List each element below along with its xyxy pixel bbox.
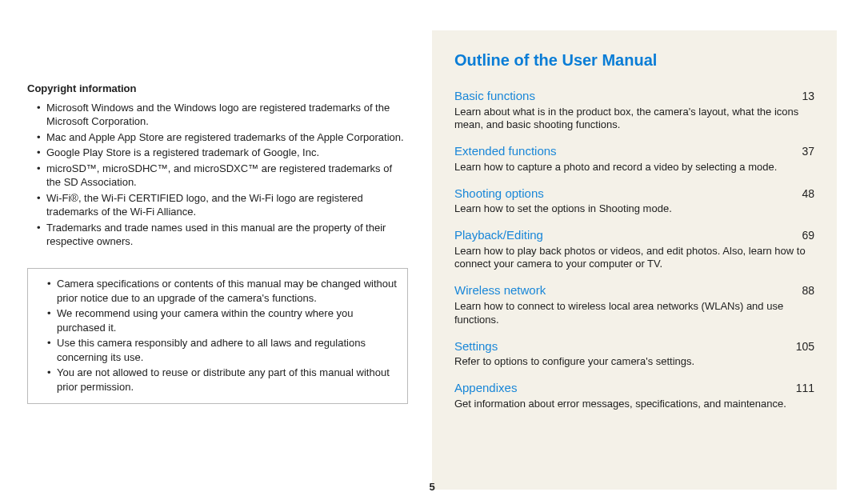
outline-item-page: 105 [796,339,814,354]
copyright-item: Google Play Store is a registered tradem… [38,146,408,160]
outline-item: Shooting options 48 Learn how to set the… [454,186,814,216]
outline-item-desc: Learn how to capture a photo and record … [454,161,814,174]
outline-item-name: Appendixes [454,380,517,396]
outline-item-name: Playback/Editing [454,227,543,243]
outline-item-page: 111 [796,381,814,395]
outline-item-name: Settings [454,338,498,354]
page-number: 5 [0,481,864,493]
notice-item: You are not allowed to reuse or distribu… [49,366,398,394]
outline-item-page: 13 [802,89,814,103]
outline-item-desc: Learn about what is in the product box, … [454,106,814,133]
outline-item-desc: Refer to options to configure your camer… [454,355,814,369]
outline-item-name: Wireless network [454,282,546,298]
outline-item-name: Extended functions [454,143,557,159]
left-column: Copyright information Microsoft Windows … [27,30,432,490]
outline-item: Settings 105 Refer to options to configu… [454,338,814,369]
outline-item-desc: Learn how to play back photos or videos,… [454,245,814,272]
notice-item: We recommend using your camera within th… [49,306,398,334]
copyright-item: Microsoft Windows and the Windows logo a… [38,101,408,129]
copyright-item: Wi-Fi®, the Wi-Fi CERTIFIED logo, and th… [38,191,408,219]
outline-item-page: 69 [802,228,814,242]
copyright-heading: Copyright information [27,82,408,96]
outline-item-desc: Get information about error messages, sp… [454,398,814,411]
copyright-item: microSD™, microSDHC™, and microSDXC™ are… [38,162,408,190]
copyright-item: Mac and Apple App Store are registered t… [38,130,408,145]
outline-panel: Outline of the User Manual Basic functio… [432,30,837,490]
outline-item-page: 48 [802,186,814,201]
outline-item-name: Basic functions [454,88,535,104]
notice-list: Camera specifications or contents of thi… [38,277,398,394]
copyright-item: Trademarks and trade names used in this … [38,221,408,249]
outline-title: Outline of the User Manual [454,50,814,70]
manual-page: Copyright information Microsoft Windows … [0,0,864,504]
outline-item-page: 37 [802,144,814,158]
notice-box: Camera specifications or contents of thi… [27,268,408,404]
outline-item: Basic functions 13 Learn about what is i… [454,88,814,132]
notice-item: Use this camera responsibly and adhere t… [49,336,398,364]
notice-item: Camera specifications or contents of thi… [49,277,398,305]
outline-item: Extended functions 37 Learn how to captu… [454,143,814,174]
outline-item-desc: Learn how to set the options in Shooting… [454,202,814,216]
outline-item: Wireless network 88 Learn how to connect… [454,282,814,326]
copyright-list: Microsoft Windows and the Windows logo a… [27,101,408,249]
outline-item: Appendixes 111 Get information about err… [454,380,814,410]
outline-item-desc: Learn how to connect to wireless local a… [454,300,814,327]
outline-item-name: Shooting options [454,186,544,202]
outline-item: Playback/Editing 69 Learn how to play ba… [454,227,814,271]
outline-item-page: 88 [802,283,814,298]
